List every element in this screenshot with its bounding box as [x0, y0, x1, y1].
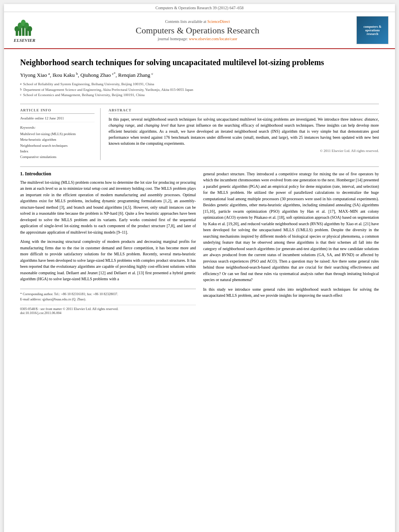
- abstract-col: ABSTRACT In this paper, several neighbor…: [109, 108, 379, 160]
- main-content: 1. Introduction The multilevel lot-sizin…: [20, 171, 379, 315]
- right-para-1: general product structure. They introduc…: [203, 171, 379, 283]
- copyright-line: © 2011 Elsevier Ltd. All rights reserved…: [109, 149, 379, 153]
- keyword-1: Multilevel lot-sizing (MLLS) problem: [20, 131, 95, 137]
- abstract-text: In this paper, several neighborhood sear…: [109, 116, 379, 146]
- abstract-label: ABSTRACT: [109, 108, 379, 114]
- journal-title: Computers & Operations Research: [43, 25, 352, 36]
- keyword-2: Meta-heuristic algorithm: [20, 137, 95, 142]
- keywords-list: Multilevel lot-sizing (MLLS) problem Met…: [20, 131, 95, 160]
- article-info-row: ARTICLE INFO Available online 12 June 20…: [20, 108, 379, 160]
- keyword-4: Index: [20, 148, 95, 154]
- footnotes: * Corresponding author. Tel.: +86 10 823…: [20, 289, 196, 302]
- contents-line: Contents lists available at ScienceDirec…: [43, 19, 352, 24]
- footnote-email: E-mail address: qjzhao@buaa.edu.cn (Q. Z…: [20, 297, 196, 302]
- article-body: Neighborhood search techniques for solvi…: [4, 49, 395, 323]
- affil-a: a School of Reliability and System Engin…: [20, 82, 379, 87]
- elsevier-name: ELSEVIER: [14, 38, 35, 43]
- journal-logo-right: computers & operations research: [356, 16, 389, 44]
- doi-line1: 0305-0548/$ - see front matter © 2011 El…: [20, 307, 196, 311]
- divider-1: [20, 104, 379, 104]
- footnote-corresponding: * Corresponding author. Tel.: +86 10 823…: [20, 292, 196, 297]
- intro-para-2: Along with the increasing structural com…: [20, 238, 196, 282]
- journal-homepage: journal homepage: www.elsevier.com/locat…: [43, 37, 352, 41]
- sciencedirect-link[interactable]: ScienceDirect: [207, 19, 230, 24]
- affil-b: b Department of Management Science and E…: [20, 87, 379, 93]
- intro-para-1: The multilevel lot-sizing (MLLS) problem…: [20, 179, 196, 236]
- journal-header-center: Contents lists available at ScienceDirec…: [43, 19, 352, 41]
- affil-c: c School of Economics and Management, Be…: [20, 92, 379, 98]
- page: Computers & Operations Research 39 (2012…: [4, 4, 395, 532]
- right-para-2: In this study we introduce some general …: [203, 286, 379, 299]
- authors-line: Yiyong Xiao a, Ikou Kaku b, Qiuhong Zhao…: [20, 72, 379, 78]
- doi-line2: doi:10.1016/j.cor.2011.06.004: [20, 311, 196, 315]
- divider-2: [20, 166, 379, 167]
- article-info-label: ARTICLE INFO: [20, 108, 95, 114]
- available-online: Available online 12 June 2011: [20, 116, 95, 122]
- keyword-3: Neighborhood search techniques: [20, 143, 95, 148]
- article-title: Neighborhood search techniques for solvi…: [20, 57, 379, 68]
- elsevier-tree-icon: [14, 18, 36, 38]
- footer-info: 0305-0548/$ - see front matter © 2011 El…: [20, 305, 196, 315]
- homepage-url[interactable]: www.elsevier.com/locate/caor: [189, 37, 237, 41]
- keywords-label: Keywords:: [20, 125, 95, 129]
- journal-header: ELSEVIER Contents lists available at Sci…: [4, 12, 395, 49]
- intro-heading: 1. Introduction: [20, 171, 196, 177]
- keyword-5: Comparative simulations: [20, 154, 95, 160]
- journal-ref-bar: Computers & Operations Research 39 (2012…: [4, 4, 395, 12]
- elsevier-logo-area: ELSEVIER: [10, 18, 39, 43]
- svg-point-9: [27, 26, 32, 32]
- article-info-col: ARTICLE INFO Available online 12 June 20…: [20, 108, 101, 160]
- right-column: general product structure. They introduc…: [203, 171, 379, 315]
- left-column: 1. Introduction The multilevel lot-sizin…: [20, 171, 196, 315]
- affiliations: a School of Reliability and System Engin…: [20, 82, 379, 98]
- journal-ref-text: Computers & Operations Research 39 (2012…: [156, 6, 244, 10]
